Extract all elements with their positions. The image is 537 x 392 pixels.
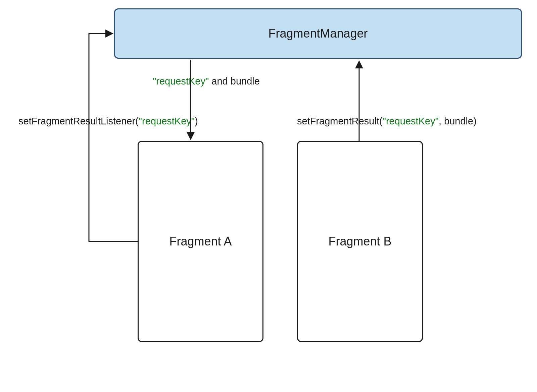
bundle-key: "requestKey" (153, 76, 209, 87)
fragment-b-label: Fragment B (328, 234, 391, 248)
result-label: setFragmentResult("requestKey", bundle) (297, 116, 477, 127)
result-key: "requestKey" (383, 116, 439, 126)
fragment-a-label: Fragment A (169, 234, 232, 248)
bundle-suffix: and bundle (209, 76, 260, 87)
fragment-manager-box: FragmentManager (114, 8, 522, 59)
fragment-b-box: Fragment B (297, 141, 423, 342)
listener-suffix: ) (195, 116, 198, 126)
listener-key: "requestKey" (139, 116, 195, 126)
fragment-a-box: Fragment A (138, 141, 263, 342)
arrow-listener (89, 34, 138, 241)
listener-label: setFragmentResultListener("requestKey") (18, 116, 198, 127)
bundle-label: "requestKey" and bundle (153, 76, 260, 87)
result-prefix: setFragmentResult( (297, 116, 383, 126)
arrows-svg (0, 0, 537, 392)
fragment-manager-label: FragmentManager (268, 26, 368, 41)
result-suffix: , bundle) (439, 116, 477, 126)
listener-prefix: setFragmentResultListener( (18, 116, 139, 126)
